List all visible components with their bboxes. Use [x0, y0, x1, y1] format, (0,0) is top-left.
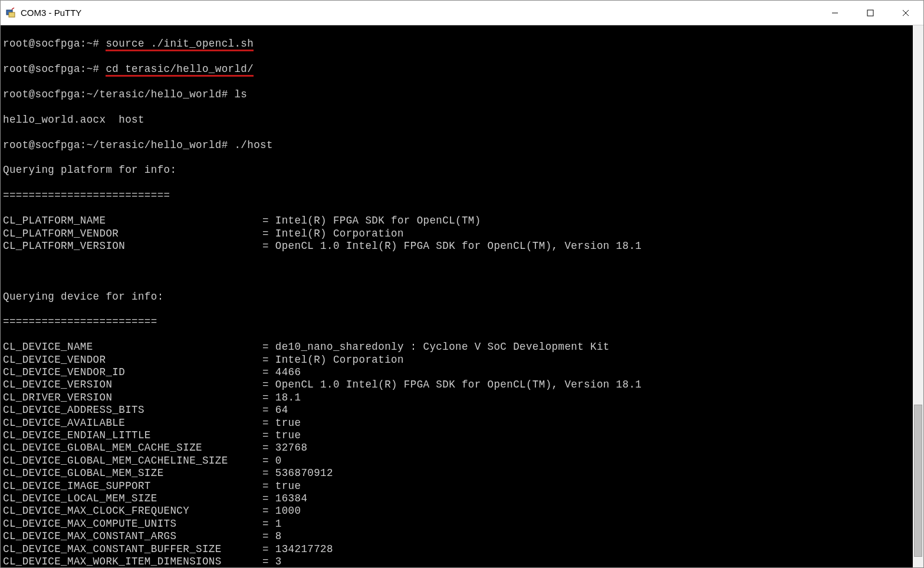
kv-value: = 18.1 [262, 392, 301, 403]
kv-key: CL_DEVICE_MAX_CONSTANT_ARGS [3, 530, 262, 543]
kv-value: = 1000 [262, 505, 301, 517]
prompt: root@socfpga:~/terasic/hello_world# [3, 139, 234, 151]
svg-line-2 [12, 8, 14, 9]
command: ls [234, 88, 247, 100]
command: source ./init_opencl.sh [106, 38, 254, 51]
kv-value: = Intel(R) FPGA SDK for OpenCL(TM) [262, 215, 481, 226]
kv-key: CL_DEVICE_VENDOR [3, 354, 262, 366]
kv-value: = 32768 [262, 442, 307, 454]
kv-row: CL_DEVICE_VERSION= OpenCL 1.0 Intel(R) F… [3, 379, 910, 391]
kv-value: = 134217728 [262, 543, 333, 555]
kv-key: CL_DEVICE_ADDRESS_BITS [3, 404, 262, 416]
kv-key: CL_DEVICE_GLOBAL_MEM_SIZE [3, 467, 262, 480]
kv-row: CL_DEVICE_MAX_COMPUTE_UNITS= 1 [3, 518, 910, 530]
kv-value: = OpenCL 1.0 Intel(R) FPGA SDK for OpenC… [262, 379, 642, 390]
kv-row: CL_DEVICE_LOCAL_MEM_SIZE= 16384 [3, 493, 910, 505]
kv-row: CL_DEVICE_ADDRESS_BITS= 64 [3, 404, 910, 416]
kv-value: = 8 [262, 530, 282, 542]
separator: ======================== [3, 316, 910, 328]
kv-row: CL_DEVICE_MAX_CONSTANT_ARGS= 8 [3, 530, 910, 543]
svg-rect-4 [867, 10, 873, 16]
scrollbar[interactable] [913, 25, 923, 567]
kv-key: CL_DEVICE_VENDOR_ID [3, 366, 262, 379]
kv-row: CL_PLATFORM_VENDOR= Intel(R) Corporation [3, 228, 910, 240]
kv-row: CL_DEVICE_GLOBAL_MEM_SIZE= 536870912 [3, 467, 910, 480]
kv-row: CL_DEVICE_ENDIAN_LITTLE= true [3, 429, 910, 442]
kv-key: CL_DEVICE_LOCAL_MEM_SIZE [3, 493, 262, 505]
kv-value: = Intel(R) Corporation [262, 354, 404, 366]
kv-value: = Intel(R) Corporation [262, 228, 404, 239]
putty-icon [5, 8, 16, 18]
ls-output: hello_world.aocx host [3, 114, 910, 126]
kv-key: CL_DEVICE_VERSION [3, 379, 262, 391]
kv-row: CL_DEVICE_VENDOR= Intel(R) Corporation [3, 354, 910, 366]
kv-value: = OpenCL 1.0 Intel(R) FPGA SDK for OpenC… [262, 240, 642, 252]
kv-row: CL_DEVICE_MAX_CONSTANT_BUFFER_SIZE= 1342… [3, 543, 910, 556]
prompt: root@socfpga:~/terasic/hello_world# [3, 88, 234, 100]
section-header: Querying platform for info: [3, 164, 910, 176]
close-button[interactable] [888, 1, 923, 25]
prompt: root@socfpga:~# [3, 63, 106, 75]
window-title: COM3 - PuTTY [21, 8, 817, 18]
kv-key: CL_DEVICE_AVAILABLE [3, 417, 262, 429]
kv-value: = 4466 [262, 366, 301, 378]
kv-row: CL_DEVICE_NAME= de10_nano_sharedonly : C… [3, 341, 910, 353]
kv-key: CL_DEVICE_MAX_CLOCK_FREQUENCY [3, 505, 262, 517]
kv-row: CL_DEVICE_VENDOR_ID= 4466 [3, 366, 910, 379]
kv-value: = true [262, 429, 301, 441]
kv-value: = 1 [262, 518, 282, 530]
kv-key: CL_DRIVER_VERSION [3, 392, 262, 404]
kv-key: CL_DEVICE_GLOBAL_MEM_CACHELINE_SIZE [3, 455, 262, 467]
kv-key: CL_PLATFORM_VERSION [3, 240, 262, 252]
command: ./host [234, 139, 272, 151]
kv-value: = 64 [262, 404, 288, 416]
kv-key: CL_DEVICE_ENDIAN_LITTLE [3, 429, 262, 442]
svg-rect-1 [9, 12, 15, 17]
kv-row: CL_PLATFORM_VERSION= OpenCL 1.0 Intel(R)… [3, 240, 910, 252]
scrollbar-thumb[interactable] [914, 405, 922, 556]
kv-row: CL_DEVICE_MAX_CLOCK_FREQUENCY= 1000 [3, 505, 910, 517]
kv-value: = 16384 [262, 493, 307, 504]
kv-key: CL_PLATFORM_NAME [3, 215, 262, 227]
kv-row: CL_DRIVER_VERSION= 18.1 [3, 392, 910, 404]
kv-value: = 536870912 [262, 467, 333, 479]
kv-key: CL_DEVICE_MAX_CONSTANT_BUFFER_SIZE [3, 543, 262, 556]
kv-value: = true [262, 417, 301, 429]
minimize-button[interactable] [817, 1, 853, 25]
separator: ========================== [3, 189, 910, 202]
kv-value: = true [262, 480, 301, 492]
kv-row: CL_DEVICE_AVAILABLE= true [3, 417, 910, 429]
kv-key: CL_DEVICE_MAX_WORK_ITEM_DIMENSIONS [3, 556, 262, 567]
prompt: root@socfpga:~# [3, 38, 106, 50]
kv-row: CL_DEVICE_GLOBAL_MEM_CACHE_SIZE= 32768 [3, 442, 910, 454]
kv-key: CL_DEVICE_MAX_COMPUTE_UNITS [3, 518, 262, 530]
kv-row: CL_DEVICE_IMAGE_SUPPORT= true [3, 480, 910, 493]
kv-row: CL_DEVICE_GLOBAL_MEM_CACHELINE_SIZE= 0 [3, 455, 910, 467]
kv-value: = de10_nano_sharedonly : Cyclone V SoC D… [262, 341, 610, 353]
maximize-button[interactable] [853, 1, 888, 25]
kv-row: CL_DEVICE_MAX_WORK_ITEM_DIMENSIONS= 3 [3, 556, 910, 567]
kv-value: = 0 [262, 455, 282, 467]
kv-key: CL_PLATFORM_VENDOR [3, 228, 262, 240]
command: cd terasic/hello_world/ [106, 63, 254, 77]
kv-row: CL_PLATFORM_NAME= Intel(R) FPGA SDK for … [3, 215, 910, 227]
kv-key: CL_DEVICE_NAME [3, 341, 262, 353]
window-controls [817, 1, 923, 25]
titlebar[interactable]: COM3 - PuTTY [1, 1, 923, 25]
terminal-output[interactable]: root@socfpga:~# source ./init_opencl.sh … [1, 25, 913, 567]
section-header: Querying device for info: [3, 291, 910, 303]
kv-value: = 3 [262, 556, 282, 567]
kv-key: CL_DEVICE_GLOBAL_MEM_CACHE_SIZE [3, 442, 262, 454]
kv-key: CL_DEVICE_IMAGE_SUPPORT [3, 480, 262, 493]
